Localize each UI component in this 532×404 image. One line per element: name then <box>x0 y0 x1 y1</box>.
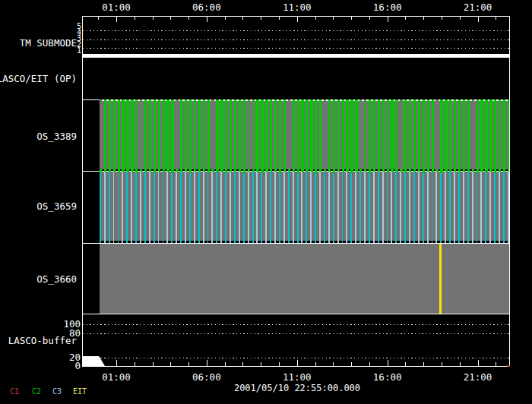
telemetry-timeline-figure: TM SUBMODE LASCO/EIT (OP) OS_3389 OS_365… <box>0 0 532 404</box>
gridline <box>83 39 509 40</box>
time-tick <box>297 17 298 22</box>
time-tick <box>315 17 316 20</box>
time-tick-label: 21:00 <box>461 372 495 382</box>
panel-lasco-eit-op <box>83 58 509 99</box>
time-tick <box>135 362 135 366</box>
time-tick-label: 11:00 <box>280 2 314 12</box>
time-tick <box>388 360 388 366</box>
legend-item: C2 <box>32 387 41 396</box>
time-tick <box>116 360 117 366</box>
time-tick <box>478 17 479 22</box>
row-label-os-3660: OS_3660 <box>0 274 77 284</box>
time-tick <box>315 362 316 366</box>
time-tick-label: 06:00 <box>190 2 223 12</box>
time-tick <box>496 17 496 20</box>
time-tick-label: 01:00 <box>100 372 133 382</box>
panel-boundary <box>82 314 509 314</box>
time-tick-label: 21:00 <box>461 2 495 12</box>
tm-ytick-label: 1 <box>72 48 81 54</box>
os-3389-activity-bars <box>100 99 509 172</box>
gridline <box>83 324 509 325</box>
time-tick-label: 11:00 <box>280 372 314 382</box>
legend-item: C3 <box>52 387 62 396</box>
time-tick <box>496 362 496 366</box>
time-tick <box>460 362 461 366</box>
time-tick <box>207 360 207 366</box>
time-tick <box>333 362 334 366</box>
os-3660-activity-block <box>100 244 509 314</box>
legend-item: C1 <box>10 387 19 396</box>
event-marker-line <box>439 244 442 314</box>
row-label-tm-submode: TM SUBMODE <box>0 38 77 48</box>
time-tick <box>388 17 388 22</box>
axis-end-marker <box>507 365 510 367</box>
gridline <box>83 358 509 358</box>
time-tick <box>170 17 171 20</box>
time-tick <box>369 362 370 366</box>
time-tick <box>98 362 99 366</box>
gridline <box>83 48 509 49</box>
time-tick <box>351 362 352 366</box>
time-tick <box>351 17 352 20</box>
time-tick <box>242 362 243 366</box>
time-tick <box>423 362 424 366</box>
row-label-os-3659: OS_3659 <box>0 201 77 211</box>
bottom-axis-line <box>82 366 510 367</box>
time-tick <box>261 17 261 20</box>
time-tick <box>460 17 461 20</box>
time-tick-label: 16:00 <box>371 372 404 382</box>
legend-item: EIT <box>73 387 87 396</box>
plot-right-border <box>509 16 510 367</box>
time-tick <box>369 17 370 20</box>
time-tick <box>297 360 298 366</box>
time-tick <box>279 17 280 20</box>
time-tick <box>207 17 207 22</box>
tm-submode-line <box>82 54 510 58</box>
row-label-os-3389: OS_3389 <box>0 131 77 141</box>
time-tick <box>333 17 334 20</box>
time-tick-label: 01:00 <box>100 2 133 12</box>
time-tick <box>225 362 226 366</box>
buffer-ytick-label: 0 <box>46 361 81 371</box>
time-tick <box>423 17 424 20</box>
gridline <box>83 30 509 31</box>
time-tick <box>261 362 261 366</box>
time-tick <box>405 362 406 366</box>
time-tick <box>242 17 243 20</box>
time-tick <box>116 17 117 22</box>
row-label-lasco-eit-op: LASCO/EIT (OP) <box>0 74 77 84</box>
time-tick <box>135 17 135 20</box>
time-tick <box>442 17 442 20</box>
gridline <box>83 333 509 334</box>
time-tick <box>170 362 171 366</box>
time-tick <box>405 17 406 20</box>
os-3659-activity-bars <box>100 172 509 243</box>
top-axis-line <box>82 16 510 17</box>
reference-timestamp: 2001/05/10 22:55:00.000 <box>233 383 362 393</box>
time-tick <box>188 17 189 20</box>
time-tick <box>478 360 479 366</box>
time-tick-label: 16:00 <box>371 2 404 12</box>
time-tick <box>279 362 280 366</box>
time-tick <box>153 17 154 20</box>
time-tick <box>442 362 442 366</box>
buffer-ytick-label: 80 <box>46 328 81 338</box>
time-tick <box>188 362 189 366</box>
time-tick <box>98 17 99 20</box>
time-tick <box>225 17 226 20</box>
time-tick <box>153 362 154 366</box>
time-tick-label: 06:00 <box>190 372 223 382</box>
